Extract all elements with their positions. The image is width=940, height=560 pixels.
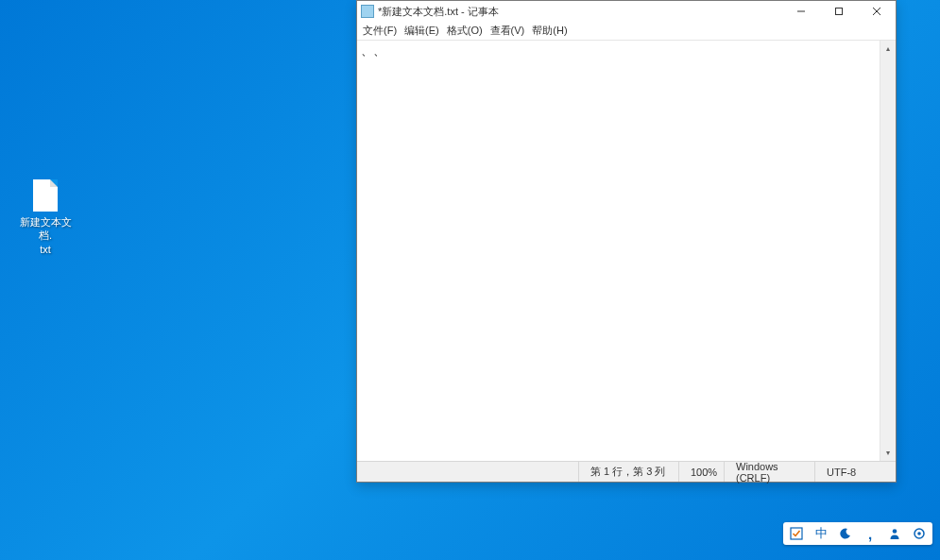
svg-point-7 xyxy=(917,532,921,535)
minimize-button[interactable] xyxy=(782,1,820,22)
resize-grip[interactable] xyxy=(880,462,896,482)
desktop-file-icon[interactable]: 新建文本文档. txt xyxy=(17,179,74,256)
text-editor[interactable] xyxy=(357,41,880,461)
desktop-file-label: 新建文本文档. txt xyxy=(17,215,74,256)
maximize-button[interactable] xyxy=(820,1,858,22)
svg-rect-1 xyxy=(836,8,843,15)
menu-edit[interactable]: 编辑(E) xyxy=(401,22,443,40)
tray-moon-icon[interactable] xyxy=(838,526,853,541)
tray-gear-icon[interactable] xyxy=(912,526,927,541)
notepad-window: *新建文本文档.txt - 记事本 文件(F) 编辑(E) 格式(O) 查看(V… xyxy=(356,0,897,483)
system-tray: 中 , xyxy=(783,522,932,545)
status-zoom: 100% xyxy=(678,462,724,482)
scrollbar-down-arrow-icon[interactable]: ▾ xyxy=(880,445,896,461)
vertical-scrollbar[interactable]: ▴ ▾ xyxy=(880,41,896,461)
titlebar[interactable]: *新建文本文档.txt - 记事本 xyxy=(357,1,896,22)
scrollbar-up-arrow-icon[interactable]: ▴ xyxy=(880,41,896,57)
status-line-ending: Windows (CRLF) xyxy=(724,462,814,482)
menubar: 文件(F) 编辑(E) 格式(O) 查看(V) 帮助(H) xyxy=(357,22,896,40)
tray-checkbox-icon[interactable] xyxy=(789,526,804,541)
svg-rect-4 xyxy=(791,528,802,539)
statusbar: 第 1 行，第 3 列 100% Windows (CRLF) UTF-8 xyxy=(357,461,896,482)
menu-help[interactable]: 帮助(H) xyxy=(528,22,571,40)
text-file-icon xyxy=(33,179,58,212)
tray-person-icon[interactable] xyxy=(887,526,902,541)
close-icon xyxy=(872,7,881,16)
minimize-icon xyxy=(796,7,806,16)
status-cursor-position: 第 1 行，第 3 列 xyxy=(578,462,678,482)
editor-container: ▴ ▾ xyxy=(357,40,896,461)
svg-point-5 xyxy=(893,529,897,534)
menu-file[interactable]: 文件(F) xyxy=(359,22,401,40)
menu-view[interactable]: 查看(V) xyxy=(487,22,529,40)
notepad-app-icon xyxy=(361,5,374,18)
maximize-icon xyxy=(834,7,844,16)
window-title: *新建文本文档.txt - 记事本 xyxy=(378,5,782,19)
menu-format[interactable]: 格式(O) xyxy=(443,22,487,40)
close-button[interactable] xyxy=(858,1,896,22)
tray-comma-icon[interactable]: , xyxy=(863,526,878,541)
tray-ime-icon[interactable]: 中 xyxy=(813,526,829,541)
window-controls xyxy=(782,1,896,22)
status-encoding: UTF-8 xyxy=(814,462,880,482)
